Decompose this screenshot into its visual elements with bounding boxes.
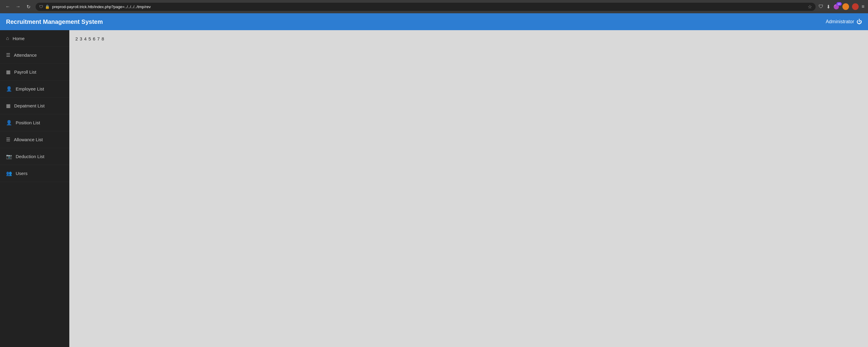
admin-section: Administrator ⏻ bbox=[826, 19, 862, 25]
notification-badge[interactable]: 🟣 10 bbox=[833, 4, 839, 10]
app-title: Recruitment Management System bbox=[6, 19, 103, 25]
forward-button[interactable]: → bbox=[14, 2, 22, 11]
admin-label: Administrator bbox=[826, 19, 854, 24]
download-icon[interactable]: ⬇ bbox=[827, 4, 830, 10]
shield-browser-icon: 🛡 bbox=[818, 4, 824, 9]
employee-icon: 👤 bbox=[6, 86, 12, 92]
sidebar: ⌂ Home ☰ Attendance ▦ Payroll List 👤 Emp… bbox=[0, 30, 69, 347]
payroll-icon: ▦ bbox=[6, 69, 10, 75]
reload-button[interactable]: ↻ bbox=[24, 2, 33, 11]
sidebar-item-home[interactable]: ⌂ Home bbox=[0, 30, 69, 47]
sidebar-item-department-list[interactable]: ▦ Depatment List bbox=[0, 97, 69, 114]
notification-count: 10 bbox=[836, 2, 842, 6]
sidebar-label-payroll: Payroll List bbox=[14, 69, 36, 75]
address-bar[interactable]: 🛡 🔒 ☆ bbox=[36, 3, 815, 11]
sidebar-label-department: Depatment List bbox=[14, 103, 44, 108]
sidebar-label-position: Position List bbox=[16, 120, 40, 125]
browser-right-icons: 🛡 ⬇ 🟣 10 ≡ bbox=[818, 3, 864, 10]
department-icon: ▦ bbox=[6, 103, 10, 109]
power-icon[interactable]: ⏻ bbox=[857, 19, 862, 25]
browser-chrome: ← → ↻ 🛡 🔒 ☆ 🛡 ⬇ 🟣 10 ≡ bbox=[0, 0, 868, 13]
sidebar-label-users: Users bbox=[16, 171, 27, 176]
content-text: 2 3 4 5 6 7 8 bbox=[75, 36, 104, 41]
sidebar-item-attendance[interactable]: ☰ Attendance bbox=[0, 47, 69, 64]
url-input[interactable] bbox=[52, 4, 805, 9]
home-icon: ⌂ bbox=[6, 36, 9, 41]
sidebar-item-employee-list[interactable]: 👤 Employee List bbox=[0, 81, 69, 97]
bookmark-icon[interactable]: ☆ bbox=[808, 4, 812, 10]
top-navbar: Recruitment Management System Administra… bbox=[0, 13, 868, 30]
lock-icon: 🔒 bbox=[45, 4, 50, 9]
avatar-1 bbox=[842, 3, 849, 10]
sidebar-item-users[interactable]: 👥 Users bbox=[0, 165, 69, 182]
shield-icon: 🛡 bbox=[39, 4, 43, 9]
sidebar-item-deduction-list[interactable]: 📷 Deduction List bbox=[0, 148, 69, 165]
attendance-icon: ☰ bbox=[6, 52, 10, 58]
allowance-icon: ☰ bbox=[6, 137, 10, 142]
app-wrapper: Recruitment Management System Administra… bbox=[0, 13, 868, 347]
sidebar-label-home: Home bbox=[13, 36, 25, 41]
address-bar-icons: 🛡 🔒 bbox=[39, 4, 50, 9]
sidebar-label-employee: Employee List bbox=[16, 86, 44, 91]
users-icon: 👥 bbox=[6, 171, 12, 176]
browser-nav-buttons: ← → ↻ bbox=[4, 2, 33, 11]
avatar-2 bbox=[852, 3, 859, 10]
sidebar-item-position-list[interactable]: 👤 Position List bbox=[0, 114, 69, 131]
content-area: 2 3 4 5 6 7 8 bbox=[69, 30, 868, 347]
back-button[interactable]: ← bbox=[4, 2, 12, 11]
deduction-icon: 📷 bbox=[6, 153, 12, 159]
sidebar-label-deduction: Deduction List bbox=[16, 154, 44, 159]
sidebar-label-attendance: Attendance bbox=[14, 53, 37, 58]
main-area: ⌂ Home ☰ Attendance ▦ Payroll List 👤 Emp… bbox=[0, 30, 868, 347]
sidebar-label-allowance: Allowance List bbox=[14, 137, 43, 142]
sidebar-item-allowance-list[interactable]: ☰ Allowance List bbox=[0, 131, 69, 148]
menu-icon[interactable]: ≡ bbox=[862, 4, 864, 9]
sidebar-item-payroll-list[interactable]: ▦ Payroll List bbox=[0, 64, 69, 81]
position-icon: 👤 bbox=[6, 120, 12, 125]
